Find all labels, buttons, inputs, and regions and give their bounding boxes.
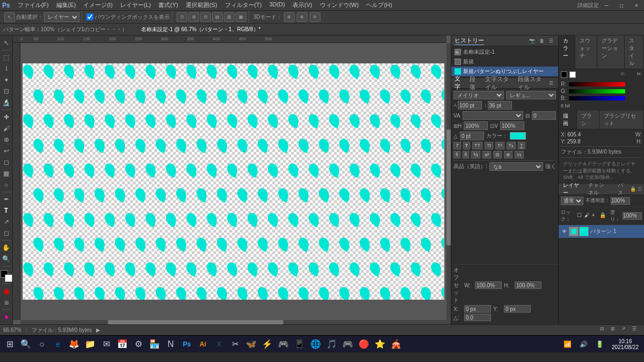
frac-button[interactable]: ⅓ [471, 151, 480, 158]
clone-tool[interactable]: ⊕ [1, 134, 12, 145]
bounding-box-checkbox[interactable] [86, 13, 93, 20]
history-trash-icon[interactable]: 🗑 [538, 37, 545, 45]
align-btn-1[interactable]: ⊡ [177, 12, 187, 22]
align-btn-4[interactable]: ▤ [212, 12, 223, 22]
ord-button[interactable]: aª [482, 151, 491, 158]
brush-tab[interactable]: ブラシ [577, 111, 599, 129]
fg-color-small[interactable] [561, 71, 567, 78]
app11-button[interactable]: 🎪 [389, 337, 404, 352]
bg-color-small[interactable] [569, 71, 576, 78]
layer-row-1[interactable]: 👁 パターン 1 [559, 225, 644, 238]
fill-input[interactable] [623, 212, 642, 220]
upper-button[interactable]: TT [472, 142, 482, 149]
background-color[interactable] [5, 274, 12, 282]
crop-tool[interactable]: ⊡ [1, 86, 12, 97]
pen-tool[interactable]: ✒ [1, 194, 12, 205]
align-btn-2[interactable]: ⊞ [188, 12, 199, 22]
canvas-element[interactable] [23, 63, 444, 300]
extra-btn[interactable]: ✱ [1, 312, 12, 322]
lock-icon[interactable]: 🔒 [630, 186, 636, 192]
history-item-1[interactable]: N 名称未設定-1 [451, 47, 558, 57]
edge-button[interactable]: e [50, 337, 65, 352]
move-tool[interactable]: ↖ [1, 38, 12, 48]
dodge-tool[interactable]: ○ [1, 179, 12, 190]
3d-btn-2[interactable]: ⊗ [297, 12, 308, 22]
path-select-tool[interactable]: ↗ [1, 216, 12, 227]
settings-button[interactable]: ⚙ [131, 337, 146, 352]
vertical-scroll-thumb[interactable] [447, 129, 451, 245]
font-size-input[interactable] [458, 101, 482, 110]
lock-image-btn[interactable]: 🖌 [584, 212, 590, 220]
status-btn-4[interactable]: ☰ [632, 326, 641, 335]
shape-tool[interactable]: ◻ [1, 228, 12, 238]
app1-button[interactable]: ✂ [228, 337, 243, 352]
layer-visibility-btn[interactable]: 👁 [561, 228, 567, 235]
font-family-select[interactable]: メイリオ [453, 91, 504, 99]
menu-layer[interactable]: レイヤー(L) [117, 1, 154, 10]
angle-input[interactable] [464, 314, 491, 321]
type-tool[interactable]: T [1, 205, 12, 216]
brush-tool[interactable]: 🖌 [1, 123, 12, 134]
baseline-input[interactable] [460, 132, 484, 140]
app8-button[interactable]: 🎮 [340, 337, 355, 352]
para-style-tab[interactable]: 段落スタイル [518, 75, 544, 91]
color-tab[interactable]: カラー [559, 35, 575, 69]
app7-button[interactable]: 🎵 [324, 337, 339, 352]
lock-position-btn[interactable]: + [592, 212, 597, 220]
app9-button[interactable]: 🔴 [356, 337, 371, 352]
lock-transparent-btn[interactable]: ☐ [577, 212, 582, 220]
status-arrow[interactable]: ▶ [96, 327, 100, 333]
app10-button[interactable]: ⭐ [372, 337, 387, 352]
close-button[interactable]: × [629, 0, 644, 11]
width-input[interactable] [475, 281, 502, 289]
volume-icon[interactable]: 🔊 [576, 337, 591, 352]
ai-button[interactable]: Ai [195, 337, 210, 352]
explorer-button[interactable]: 📁 [83, 337, 98, 352]
ps-button[interactable]: Ps [179, 337, 194, 352]
align-btn-6[interactable]: ▦ [236, 12, 246, 22]
color-chips[interactable] [1, 270, 12, 282]
leading-input[interactable] [488, 101, 512, 110]
character-tab[interactable]: 文字 [455, 75, 463, 91]
menu-select[interactable]: 選択範囲(S) [182, 1, 221, 10]
app6-button[interactable]: 🌐 [308, 337, 323, 352]
app2-button[interactable]: 🦋 [244, 337, 259, 352]
app5-button[interactable]: 📱 [292, 337, 307, 352]
super-button[interactable]: T² [495, 142, 504, 149]
auto-select-dropdown[interactable]: レイヤー [44, 12, 79, 22]
tracking-type[interactable] [463, 111, 523, 120]
char-style-tab[interactable]: 文字スタイル [485, 75, 511, 91]
battery-icon[interactable]: 🔋 [592, 337, 608, 352]
cs-b-bar[interactable] [569, 96, 625, 100]
char-menu-icon[interactable]: ☰ [547, 79, 555, 87]
taskview-button[interactable]: ○ [34, 337, 49, 352]
screen-mode[interactable]: ⊞ [1, 297, 12, 308]
x-input[interactable] [464, 305, 491, 313]
firefox-button[interactable]: 🦊 [67, 337, 82, 352]
hand-tool[interactable]: ✋ [1, 242, 12, 253]
paint-tab[interactable]: 描画 [559, 111, 577, 129]
alt-button[interactable]: ⊕ [504, 151, 513, 158]
text-color-swatch[interactable] [510, 132, 526, 140]
horizontal-scroll-thumb[interactable] [108, 320, 283, 324]
mail-button[interactable]: ✉ [99, 337, 114, 352]
search-button[interactable]: 🔍 [18, 337, 33, 352]
cs-r-bar[interactable] [569, 82, 625, 86]
underline-button[interactable]: T [518, 142, 525, 149]
lasso-tool[interactable]: ⌇ [1, 63, 12, 74]
start-button[interactable]: ⊞ [2, 337, 17, 352]
font-style-select[interactable]: レギュ... [506, 91, 557, 99]
onenote-button[interactable]: N [163, 337, 178, 352]
heal-tool[interactable]: ✚ [1, 112, 12, 122]
mask-mode[interactable]: ◉ [1, 286, 12, 296]
liga2-button[interactable]: fl [463, 151, 470, 158]
menu-view[interactable]: 表示(V) [289, 1, 316, 10]
network-icon[interactable]: 📶 [560, 337, 575, 352]
history-camera-icon[interactable]: 📷 [528, 37, 536, 45]
eraser-tool[interactable]: ◻ [1, 157, 12, 168]
store-button[interactable]: 🏪 [147, 337, 162, 352]
brush-preset-tab[interactable]: ブラシプリセット [599, 111, 644, 129]
3d-btn-1[interactable]: ⊕ [284, 12, 295, 22]
align-btn-3[interactable]: ⊟ [200, 12, 211, 22]
history-brush-tool[interactable]: ↩ [1, 146, 12, 156]
